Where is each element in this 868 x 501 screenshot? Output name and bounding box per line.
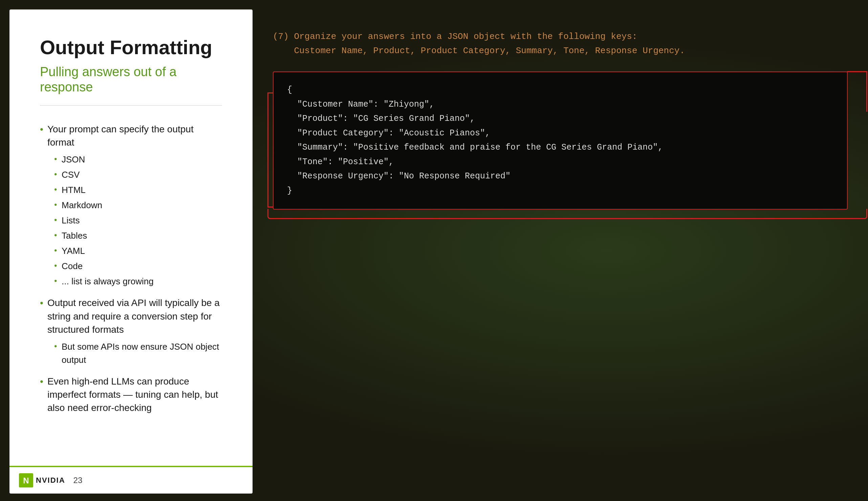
bullet-sub-2: But some APIs now ensure JSON object out…	[54, 340, 222, 366]
slide-footer: N NVIDIA 23	[10, 466, 253, 493]
json-brace-open: {	[287, 83, 834, 97]
json-key-0: "Customer Name"	[297, 99, 373, 109]
json-value-5: "No Response Required"	[399, 171, 511, 181]
json-key-5: "Response Urgency"	[297, 171, 389, 181]
red-right-annotation	[866, 71, 867, 112]
bullet-item-1: Your prompt can specify the output forma…	[40, 122, 222, 288]
sub-item-lists: Lists	[54, 214, 222, 227]
json-field-3: "Summary": "Positive feedback and praise…	[287, 140, 834, 155]
sub-item-html: HTML	[54, 183, 222, 197]
slide-content: Your prompt can specify the output forma…	[10, 106, 253, 466]
nvidia-logo: N NVIDIA	[19, 473, 65, 488]
red-bracket-annotation	[267, 93, 274, 207]
sub-item-tables: Tables	[54, 229, 222, 242]
red-top-annotation	[847, 71, 867, 72]
page-number: 23	[74, 476, 83, 485]
sub-item-json: JSON	[54, 153, 222, 166]
json-key-3: "Summary"	[297, 142, 343, 152]
json-value-3: "Positive feedback and praise for the CG…	[353, 142, 663, 152]
sub-item-markdown: Markdown	[54, 199, 222, 212]
bullet-list-main: Your prompt can specify the output forma…	[40, 122, 222, 415]
bullet-item-3: Even high-end LLMs can produce imperfect…	[40, 375, 222, 415]
json-field-5: "Response Urgency": "No Response Require…	[287, 169, 834, 184]
json-value-1: "CG Series Grand Piano",	[353, 114, 475, 124]
json-output-box: { "Customer Name": "Zhiyong", "Product":…	[273, 72, 848, 210]
slide-subtitle: Pulling answers out of a response	[40, 64, 222, 95]
sub-item-api-json: But some APIs now ensure JSON object out…	[54, 340, 222, 366]
sub-item-code: Code	[54, 260, 222, 273]
json-field-4: "Tone": "Positive",	[287, 155, 834, 170]
slide-title: Output Formatting	[40, 36, 222, 58]
right-panel: (7) Organize your answers into a JSON ob…	[253, 10, 868, 230]
nvidia-logo-text: NVIDIA	[36, 476, 65, 485]
nvidia-eye-icon: N	[19, 473, 33, 488]
slide-header: Output Formatting Pulling answers out of…	[10, 10, 253, 105]
json-field-0: "Customer Name": "Zhiyong",	[287, 97, 834, 112]
json-brace-close: }	[287, 184, 834, 198]
json-field-1: "Product": "CG Series Grand Piano",	[287, 112, 834, 126]
json-value-4: "Positive",	[338, 157, 394, 167]
json-key-4: "Tone"	[297, 157, 328, 167]
sub-item-growing: ... list is always growing	[54, 275, 222, 288]
json-box-wrapper: { "Customer Name": "Zhiyong", "Product":…	[273, 72, 848, 210]
instruction-line1: (7) Organize your answers into a JSON ob…	[273, 30, 848, 44]
svg-text:N: N	[23, 476, 29, 485]
json-key-2: "Product Category"	[297, 128, 389, 138]
json-field-2: "Product Category": "Acoustic Pianos",	[287, 126, 834, 141]
slide-panel: Output Formatting Pulling answers out of…	[10, 10, 253, 493]
sub-item-yaml: YAML	[54, 244, 222, 258]
json-value-2: "Acoustic Pianos",	[399, 128, 490, 138]
json-value-0: "Zhiyong",	[384, 99, 434, 109]
bullet-item-2: Output received via API will typically b…	[40, 296, 222, 366]
json-key-1: "Product"	[297, 114, 343, 124]
instruction-block: (7) Organize your answers into a JSON ob…	[273, 30, 848, 58]
sub-item-csv: CSV	[54, 168, 222, 181]
red-bottom-annotation	[267, 209, 867, 219]
instruction-line2: Customer Name, Product, Product Category…	[273, 44, 848, 58]
bullet-sub-1: JSON CSV HTML Markdown Lists Tables YAML…	[54, 153, 222, 288]
